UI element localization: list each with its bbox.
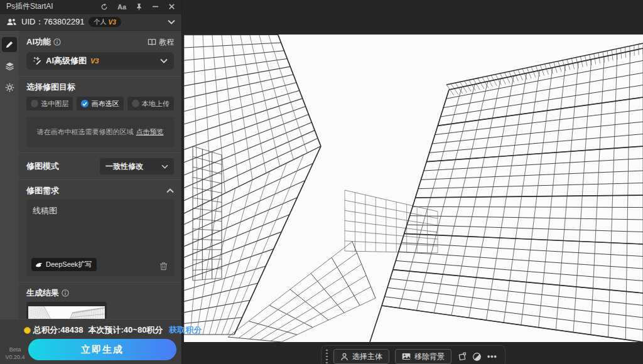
building-sketch [184, 35, 643, 342]
target-option-layer[interactable]: 选中图层 [26, 97, 73, 110]
result-section-title: 生成结果 [26, 287, 69, 299]
get-points-link[interactable]: 获取积分 [169, 324, 202, 336]
prompt-title: 修图需求 [26, 185, 59, 196]
version-label: Beta V0.20.4 [0, 346, 30, 361]
instruction-text: 请在画布中框选需要修图的区域 [37, 127, 134, 137]
badge-version: V3 [108, 19, 116, 26]
info-icon [62, 289, 69, 297]
target-section-title: 选择修图目标 [26, 82, 75, 93]
pencil-icon [5, 40, 14, 49]
panel-footer: 总积分:48438 本次预计:40~80积分 获取积分 立即生成 Beta V0… [0, 319, 181, 364]
prompt-box: 线稿图 DeepSeek扩写 [26, 200, 174, 276]
taskbar-drag-handle[interactable] [326, 350, 328, 363]
deepseek-expand-button[interactable]: DeepSeek扩写 [31, 258, 97, 271]
chevron-down-icon [160, 58, 168, 63]
badge-type: 个人 [94, 18, 106, 26]
feature-version: V3 [90, 57, 99, 65]
contextual-taskbar: 选择主体 移除背景 ••• [321, 345, 505, 364]
ai-function-title: AI功能 [26, 36, 61, 48]
select-subject-button[interactable]: 选择主体 [333, 349, 389, 364]
gear-icon [5, 83, 14, 92]
minimize-icon[interactable] [152, 3, 159, 10]
rail-item-edit[interactable] [2, 37, 17, 52]
image-icon [402, 353, 411, 360]
users-icon [6, 18, 17, 26]
radio-icon [31, 100, 38, 107]
estimate-points: 本次预计:40~80积分 [89, 324, 163, 336]
more-options-button[interactable]: ••• [487, 352, 497, 361]
trash-icon[interactable] [159, 262, 168, 270]
result-thumbnail-image [28, 306, 105, 319]
transform-icon[interactable] [457, 352, 467, 361]
panel-content: AI功能 教程 AI高级修图 V3 选择修图目标 [19, 31, 181, 319]
deepseek-whale-icon [35, 262, 43, 268]
feature-dropdown[interactable]: AI高级修图 V3 [26, 52, 174, 70]
info-icon [53, 38, 61, 46]
adjustment-icon[interactable] [472, 352, 482, 361]
remove-background-button[interactable]: 移除背景 [395, 349, 451, 364]
refresh-icon[interactable] [100, 3, 108, 11]
mode-value: 一致性修改 [105, 161, 143, 172]
titlebar[interactable]: Ps插件StartAI Aa [0, 0, 181, 14]
target-option-local-upload[interactable]: 本地上传 [127, 97, 174, 110]
book-icon [148, 38, 156, 46]
layers-icon [5, 62, 14, 71]
instruction-box: 请在画布中框选需要修图的区域 点击预览 [26, 117, 174, 147]
result-thumbnail[interactable] [26, 302, 107, 319]
feature-name: AI高级修图 [46, 55, 87, 67]
radio-icon [132, 100, 139, 107]
total-points: 总积分:48438 [33, 324, 84, 336]
preview-link[interactable]: 点击预览 [136, 127, 164, 137]
close-icon[interactable] [168, 3, 175, 10]
mode-label: 修图模式 [26, 161, 59, 172]
prompt-textarea[interactable]: 线稿图 [26, 200, 174, 249]
pin-icon[interactable] [136, 3, 143, 11]
window-title: Ps插件StartAI [6, 1, 53, 12]
rail-item-settings[interactable] [2, 80, 17, 95]
uid-value: 763802291 [43, 17, 84, 26]
person-icon [340, 353, 349, 361]
target-option-canvas-selection[interactable]: 画布选区 [77, 97, 123, 110]
plugin-window: Ps插件StartAI Aa UID：763802291 个人 V3 [0, 0, 182, 364]
magic-wand-icon [33, 56, 42, 66]
chevron-up-icon[interactable] [166, 188, 174, 193]
document-canvas[interactable] [184, 35, 643, 342]
rail-item-layers[interactable] [2, 58, 17, 73]
coin-icon [24, 327, 31, 334]
prompt-section-header[interactable]: 修图需求 [26, 185, 174, 196]
left-rail [0, 31, 19, 319]
account-badge: 个人 V3 [89, 17, 121, 27]
chevron-down-icon [161, 164, 168, 169]
radio-checked-icon [81, 100, 89, 107]
tutorial-button[interactable]: 教程 [148, 37, 174, 48]
chevron-down-icon[interactable] [168, 19, 175, 24]
mode-dropdown[interactable]: 一致性修改 [100, 158, 174, 174]
target-options: 选中图层 画布选区 本地上传 [26, 97, 174, 110]
workspace-background [183, 0, 643, 364]
text-size-icon[interactable]: Aa [117, 3, 126, 11]
uid-label: UID：763802291 [21, 16, 84, 28]
account-row[interactable]: UID：763802291 个人 V3 [0, 14, 181, 31]
generate-button[interactable]: 立即生成 [28, 339, 176, 360]
